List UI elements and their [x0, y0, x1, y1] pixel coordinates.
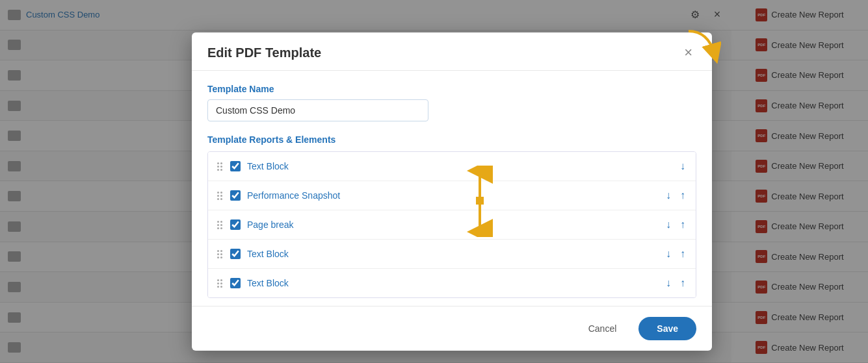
- template-items-list: Text Block ↓ Performance Snapshot ↓ ↑: [207, 151, 696, 298]
- drag-handle-1[interactable]: [216, 161, 224, 172]
- item-actions-4: ↓ ↑: [663, 247, 688, 260]
- move-up-button-4[interactable]: ↑: [677, 247, 688, 260]
- template-name-label: Template Name: [207, 84, 696, 94]
- drag-handle-3[interactable]: [216, 219, 224, 231]
- item-label-1: Text Block: [247, 161, 671, 171]
- cancel-button[interactable]: Cancel: [574, 317, 631, 340]
- move-up-button-5[interactable]: ↑: [677, 277, 688, 290]
- move-down-button-1[interactable]: ↓: [677, 160, 688, 173]
- move-down-button-4[interactable]: ↓: [663, 247, 674, 260]
- item-label-3: Page break: [247, 219, 657, 230]
- item-label-2: Performance Snapshot: [247, 190, 657, 201]
- drag-handle-5[interactable]: [216, 278, 224, 289]
- drag-handle-2[interactable]: [216, 190, 224, 201]
- reports-section-label: Template Reports & Elements: [207, 134, 696, 145]
- template-item-3: Page break ↓ ↑: [208, 210, 696, 240]
- move-down-button-5[interactable]: ↓: [663, 277, 674, 290]
- move-up-button-3[interactable]: ↑: [677, 218, 688, 231]
- edit-pdf-template-modal: Edit PDF Template × Template Name Templa…: [192, 32, 712, 351]
- modal-close-button[interactable]: ×: [680, 44, 696, 61]
- modal-footer: Cancel Save: [192, 306, 712, 351]
- item-checkbox-4[interactable]: [230, 249, 241, 259]
- template-item-2: Performance Snapshot ↓ ↑: [208, 181, 696, 210]
- item-label-5: Text Block: [247, 278, 657, 288]
- item-checkbox-3[interactable]: [230, 219, 241, 230]
- item-actions-2: ↓ ↑: [663, 189, 688, 202]
- template-name-input[interactable]: [207, 99, 428, 121]
- item-checkbox-2[interactable]: [230, 190, 241, 201]
- modal-body: Template Name Template Reports & Element…: [192, 71, 712, 306]
- move-down-button-3[interactable]: ↓: [663, 218, 674, 231]
- template-item-1: Text Block ↓: [208, 152, 696, 181]
- move-down-button-2[interactable]: ↓: [663, 189, 674, 202]
- item-actions-1: ↓: [677, 160, 688, 173]
- modal-header: Edit PDF Template ×: [192, 32, 712, 71]
- item-checkbox-5[interactable]: [230, 278, 241, 288]
- item-actions-5: ↓ ↑: [663, 277, 688, 290]
- modal-title: Edit PDF Template: [207, 45, 321, 60]
- save-button[interactable]: Save: [638, 317, 696, 340]
- item-checkbox-1[interactable]: [230, 161, 241, 171]
- move-up-button-2[interactable]: ↑: [677, 189, 688, 202]
- drag-handle-4[interactable]: [216, 249, 224, 260]
- template-item-5: Text Block ↓ ↑: [208, 269, 696, 297]
- item-actions-3: ↓ ↑: [663, 218, 688, 231]
- item-label-4: Text Block: [247, 249, 657, 259]
- template-item-4: Text Block ↓ ↑: [208, 240, 696, 269]
